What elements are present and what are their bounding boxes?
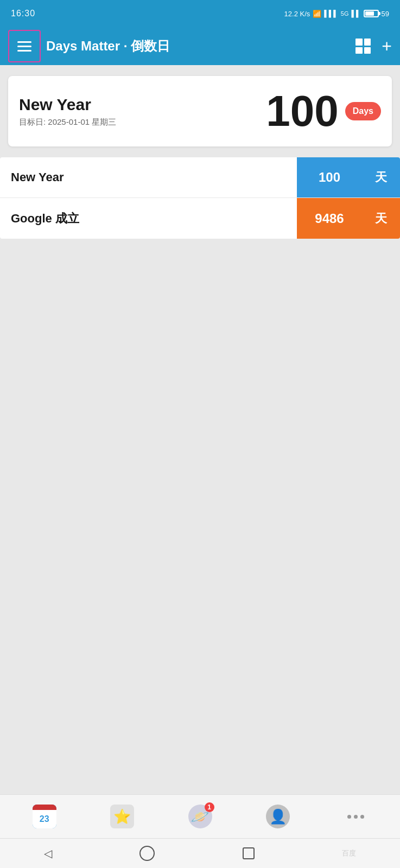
- app-bar: Days Matter · 倒数日 +: [0, 27, 400, 65]
- app-bar-actions: +: [355, 37, 392, 55]
- feature-card-title: New Year: [19, 95, 116, 114]
- feature-right: 100 Days: [266, 90, 381, 133]
- system-nav: ◁ 百度: [0, 838, 400, 868]
- event-list: New Year 100 天 Google 成立 9486 天: [0, 157, 400, 239]
- list-item-name: New Year: [0, 170, 297, 184]
- discover-badge: 1: [205, 802, 214, 812]
- calendar-icon-top: [33, 805, 56, 810]
- menu-line-1: [17, 41, 31, 43]
- planet-icon: 🪐 1: [188, 805, 212, 828]
- list-item-unit: 天: [362, 198, 400, 239]
- star-icon-wrap: ⭐: [110, 805, 134, 828]
- home-button[interactable]: [139, 846, 155, 861]
- more-icon-wrap: [344, 815, 367, 819]
- tab-profile[interactable]: 👤: [239, 805, 316, 828]
- list-item-name: Google 成立: [0, 210, 297, 227]
- tab-discover[interactable]: 🪐 1: [161, 805, 239, 828]
- battery-icon: [364, 10, 379, 17]
- feature-card[interactable]: New Year 目标日: 2025-01-01 星期三 100 Days: [8, 76, 392, 146]
- menu-line-2: [17, 46, 31, 47]
- network-speed: 12.2 K/s: [284, 10, 310, 18]
- tab-calendar[interactable]: 23: [5, 805, 83, 828]
- menu-line-3: [17, 50, 31, 52]
- feature-left: New Year 目标日: 2025-01-01 星期三: [19, 95, 116, 127]
- person-icon-wrap: 👤: [266, 805, 290, 828]
- more-icon: [344, 805, 367, 828]
- grid-view-button[interactable]: [355, 39, 371, 54]
- grid-cell-4: [364, 47, 371, 54]
- grid-cell-2: [364, 39, 371, 46]
- calendar-icon-body: 23: [33, 810, 56, 828]
- back-button[interactable]: ◁: [44, 847, 52, 860]
- star-icon: ⭐: [110, 805, 134, 828]
- empty-area: [0, 244, 400, 624]
- bottom-navigation: 23 ⭐ 🪐 1 👤: [0, 794, 400, 868]
- grid-cell-1: [355, 39, 363, 46]
- person-icon: 👤: [266, 805, 290, 828]
- 5g-icon: 5G: [341, 10, 349, 17]
- wifi-icon: 📶: [313, 10, 321, 18]
- signal2-icon: ▌▌: [352, 10, 361, 17]
- feature-card-subtitle: 目标日: 2025-01-01 星期三: [19, 117, 116, 127]
- days-badge: Days: [345, 102, 381, 120]
- menu-button[interactable]: [8, 30, 41, 62]
- app-title: Days Matter · 倒数日: [46, 37, 355, 55]
- list-item-count: 9486: [297, 198, 362, 239]
- list-item[interactable]: Google 成立 9486 天: [0, 198, 400, 239]
- calendar-icon-wrap: 23: [33, 805, 56, 828]
- dot-2: [354, 815, 358, 819]
- signal-icon: ▌▌▌: [324, 10, 338, 17]
- status-icons: 12.2 K/s 📶 ▌▌▌ 5G ▌▌ 59: [284, 10, 389, 18]
- tab-more[interactable]: [317, 805, 395, 828]
- bottom-tabs: 23 ⭐ 🪐 1 👤: [0, 795, 400, 838]
- grid-cell-3: [355, 47, 363, 54]
- calendar-icon: 23: [33, 805, 56, 828]
- feature-number: 100: [266, 90, 338, 133]
- list-item[interactable]: New Year 100 天: [0, 157, 400, 198]
- battery-level: 59: [382, 10, 389, 18]
- list-item-count: 100: [297, 157, 362, 197]
- tab-favorites[interactable]: ⭐: [83, 805, 161, 828]
- battery-fill: [365, 11, 374, 16]
- add-button[interactable]: +: [382, 37, 392, 55]
- list-item-unit: 天: [362, 157, 400, 197]
- baidu-logo: 百度: [342, 848, 356, 858]
- recent-button[interactable]: [243, 847, 255, 859]
- planet-icon-wrap: 🪐 1: [188, 805, 212, 828]
- dot-1: [347, 815, 351, 819]
- status-time: 16:30: [11, 9, 35, 18]
- status-bar: 16:30 12.2 K/s 📶 ▌▌▌ 5G ▌▌ 59: [0, 0, 400, 27]
- dot-3: [360, 815, 364, 819]
